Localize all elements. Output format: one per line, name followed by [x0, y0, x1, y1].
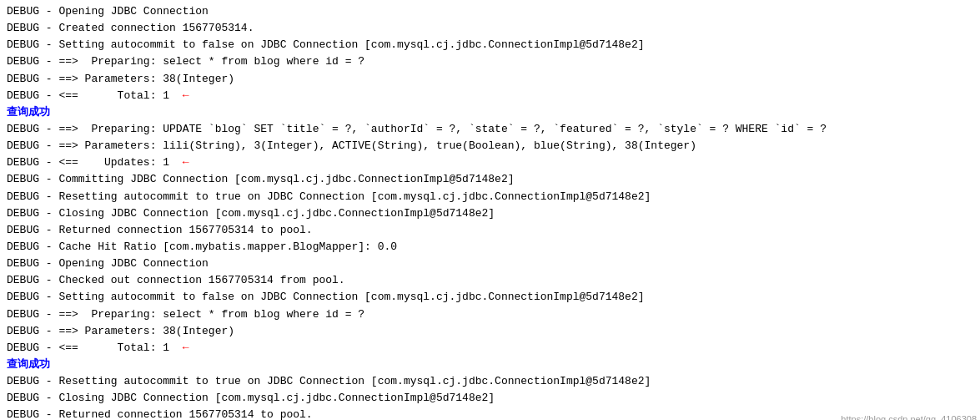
log-line: DEBUG - Setting autocommit to false on J… — [7, 37, 973, 53]
log-line: DEBUG - Returned connection 1567705314 t… — [7, 407, 973, 420]
log-line: DEBUG - Resetting autocommit to true on … — [7, 373, 973, 390]
log-container: DEBUG - Opening JDBC ConnectionDEBUG - C… — [0, 0, 980, 420]
watermark: https://blog.csdn.net/qq_4106308 — [841, 414, 977, 420]
log-line: DEBUG - Committing JDBC Connection [com.… — [7, 171, 973, 188]
log-line: DEBUG - Checked out connection 156770531… — [7, 272, 973, 289]
log-line: DEBUG - Cache Hit Ratio [com.mybatis.map… — [7, 239, 973, 256]
log-line: DEBUG - ==> Parameters: lili(String), 3(… — [7, 138, 973, 154]
log-line: DEBUG - ==> Parameters: 38(Integer) — [7, 323, 973, 340]
log-line: DEBUG - ==> Preparing: select * from blo… — [7, 53, 973, 70]
log-line: DEBUG - Opening JDBC Connection — [7, 256, 973, 272]
log-line: DEBUG - ==> Preparing: select * from blo… — [7, 306, 973, 323]
log-line: DEBUG - Closing JDBC Connection [com.mys… — [7, 205, 973, 222]
log-line: DEBUG - Returned connection 1567705314 t… — [7, 222, 973, 239]
log-line: DEBUG - <== Total: 1 ← — [7, 88, 973, 104]
arrow-icon: ← — [183, 156, 189, 169]
log-line: DEBUG - Closing JDBC Connection [com.mys… — [7, 390, 973, 407]
log-line: DEBUG - Setting autocommit to false on J… — [7, 289, 973, 306]
log-line: DEBUG - <== Total: 1 ← — [7, 340, 973, 357]
log-line: 查询成功 — [7, 357, 973, 373]
log-line: DEBUG - Resetting autocommit to true on … — [7, 189, 973, 205]
log-line: DEBUG - ==> Parameters: 38(Integer) — [7, 71, 973, 88]
arrow-icon: ← — [183, 89, 189, 102]
log-line: DEBUG - Opening JDBC Connection — [7, 3, 973, 20]
log-line: DEBUG - Created connection 1567705314. — [7, 20, 973, 37]
log-line: DEBUG - ==> Preparing: UPDATE `blog` SET… — [7, 121, 973, 138]
log-output: DEBUG - Opening JDBC ConnectionDEBUG - C… — [7, 3, 973, 420]
arrow-icon: ← — [183, 342, 189, 354]
log-line: 查询成功 — [7, 104, 973, 121]
log-line: DEBUG - <== Updates: 1 ← — [7, 154, 973, 171]
